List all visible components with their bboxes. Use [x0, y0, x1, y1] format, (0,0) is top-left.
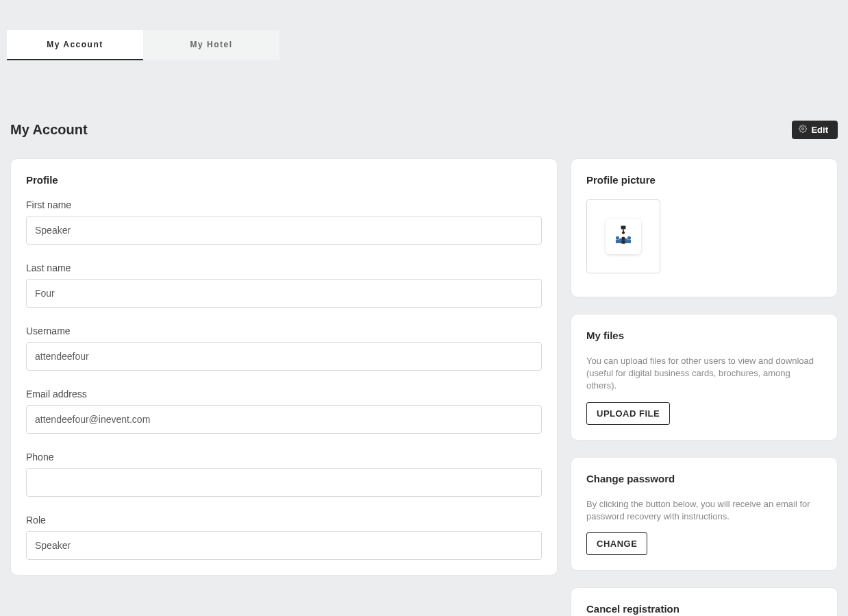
- upload-file-button[interactable]: UPLOAD FILE: [586, 402, 670, 425]
- change-password-card: Change password By clicking the button b…: [571, 457, 838, 571]
- phone-group: Phone: [26, 452, 542, 497]
- content-area: Profile First name Last name Username Em…: [10, 158, 838, 616]
- svg-rect-1: [621, 225, 626, 229]
- first-name-group: First name: [26, 199, 542, 245]
- my-files-desc: You can upload files for other users to …: [586, 355, 822, 393]
- my-files-title: My files: [586, 330, 822, 341]
- role-input[interactable]: [26, 531, 542, 560]
- username-group: Username: [26, 325, 542, 371]
- svg-point-3: [622, 231, 625, 234]
- svg-rect-2: [623, 230, 624, 232]
- profile-picture-thumb: [606, 219, 641, 254]
- profile-card: Profile First name Last name Username Em…: [10, 158, 558, 576]
- my-files-card: My files You can upload files for other …: [571, 314, 838, 441]
- change-password-desc: By clicking the button below, you will r…: [586, 498, 822, 523]
- edit-button[interactable]: Edit: [792, 121, 838, 139]
- first-name-input[interactable]: [26, 216, 542, 245]
- svg-rect-5: [616, 240, 619, 243]
- tab-my-hotel[interactable]: My Hotel: [143, 30, 279, 60]
- cancel-registration-card: Cancel registration: [571, 587, 838, 616]
- right-column: Profile picture: [571, 158, 838, 616]
- profile-picture-frame[interactable]: [586, 199, 660, 273]
- svg-rect-9: [621, 241, 625, 244]
- cancel-registration-title: Cancel registration: [586, 603, 822, 615]
- email-label: Email address: [26, 389, 542, 399]
- first-name-label: First name: [26, 199, 542, 210]
- change-password-title: Change password: [586, 473, 822, 484]
- tab-my-account[interactable]: My Account: [7, 30, 143, 60]
- tabs-container: My Account My Hotel: [7, 30, 848, 60]
- page-header: My Account Edit: [10, 121, 838, 139]
- username-label: Username: [26, 325, 542, 336]
- role-group: Role: [26, 515, 542, 560]
- email-input[interactable]: [26, 405, 542, 434]
- profile-picture-title: Profile picture: [586, 174, 822, 186]
- last-name-input[interactable]: [26, 279, 542, 308]
- svg-point-6: [627, 236, 631, 240]
- edit-button-label: Edit: [811, 125, 828, 135]
- svg-point-4: [616, 236, 619, 240]
- profile-section-title: Profile: [26, 174, 542, 186]
- page-title: My Account: [10, 122, 88, 138]
- svg-rect-7: [627, 240, 631, 243]
- username-input[interactable]: [26, 342, 542, 371]
- phone-input[interactable]: [26, 468, 542, 497]
- role-label: Role: [26, 515, 542, 526]
- svg-point-0: [802, 128, 804, 130]
- profile-picture-card: Profile picture: [571, 158, 838, 297]
- speaker-presentation-icon: [612, 223, 635, 249]
- svg-point-8: [621, 237, 625, 241]
- last-name-label: Last name: [26, 262, 542, 273]
- last-name-group: Last name: [26, 262, 542, 308]
- email-group: Email address: [26, 389, 542, 434]
- phone-label: Phone: [26, 452, 542, 463]
- change-password-button[interactable]: CHANGE: [586, 532, 647, 555]
- gear-icon: [799, 125, 807, 135]
